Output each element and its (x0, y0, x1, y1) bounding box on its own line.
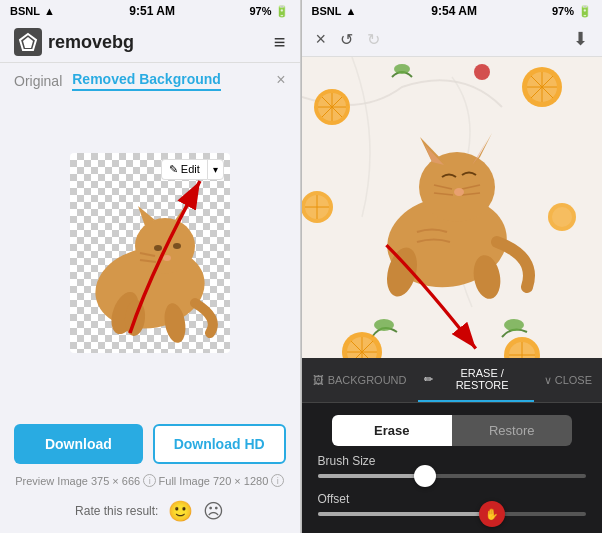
logo-icon (14, 28, 42, 56)
download-buttons-row: Download Download HD (0, 414, 300, 474)
tab-original[interactable]: Original (14, 73, 62, 89)
left-image-area: ✎ Edit ▾ (0, 91, 300, 414)
erase-button[interactable]: Erase (332, 415, 452, 446)
offset-thumb[interactable]: ✋ (479, 501, 505, 527)
right-panel: BSNL ▲ 9:54 AM 97% 🔋 × ↺ ↻ ⬇ (302, 0, 603, 533)
redo-button[interactable]: ↻ (367, 30, 380, 49)
preview-info: Preview Image 375 × 666 i (15, 474, 156, 487)
download-hd-button[interactable]: Download HD (153, 424, 286, 464)
brush-size-track[interactable] (318, 474, 587, 478)
svg-point-28 (474, 64, 490, 80)
hamburger-menu[interactable]: ≡ (274, 31, 286, 54)
emoji-happy[interactable]: 🙂 (168, 499, 193, 523)
left-status-right: 97% 🔋 (249, 5, 289, 18)
right-status-right: 97% 🔋 (552, 5, 592, 18)
full-size: 720 × 1280 (213, 475, 268, 487)
svg-point-49 (419, 152, 495, 222)
preview-size: 375 × 666 (91, 475, 140, 487)
left-panel: BSNL ▲ 9:51 AM 97% 🔋 removebg ≡ Original… (0, 0, 301, 533)
edit-button[interactable]: ✎ Edit (161, 159, 207, 180)
right-status-left: BSNL ▲ (312, 5, 357, 17)
erase-restore-row: Erase Restore (302, 403, 603, 454)
right-carrier: BSNL (312, 5, 342, 17)
cat-image (70, 153, 230, 353)
tabs-row: Original Removed Background × (0, 63, 300, 91)
left-status-left: BSNL ▲ (10, 5, 55, 17)
right-download-button[interactable]: ⬇ (573, 28, 588, 50)
offset-label: Offset (318, 492, 587, 506)
right-nav-left: × ↺ ↻ (316, 29, 381, 50)
right-close-button[interactable]: × (316, 29, 327, 50)
rating-label: Rate this result: (75, 504, 158, 518)
toolbar-tabs: 🖼 BACKGROUND ✏ ERASE / RESTORE ∨ CLOSE (302, 358, 603, 403)
left-battery-icon: 🔋 (275, 5, 289, 18)
svg-point-34 (552, 207, 572, 227)
svg-marker-1 (23, 37, 33, 48)
offset-thumb-icon: ✋ (485, 508, 499, 521)
download-button[interactable]: Download (14, 424, 143, 464)
left-wifi-icon: ▲ (44, 5, 55, 17)
info-row: Preview Image 375 × 666 i Full Image 720… (0, 474, 300, 495)
full-info-icon[interactable]: i (271, 474, 284, 487)
toolbar-tab-erase-restore[interactable]: ✏ ERASE / RESTORE (418, 358, 534, 402)
svg-point-12 (154, 245, 162, 251)
erase-tab-label: ERASE / RESTORE (437, 367, 528, 391)
svg-marker-5 (175, 202, 188, 222)
cat-svg (80, 158, 220, 348)
left-battery: 97% (249, 5, 271, 17)
right-time: 9:54 AM (431, 4, 477, 18)
close-tab-label: CLOSE (555, 374, 592, 386)
rating-row: Rate this result: 🙂 ☹ (0, 495, 300, 533)
edit-dropdown-button[interactable]: ▾ (207, 159, 224, 180)
right-image-area (302, 57, 603, 358)
background-tab-icon: 🖼 (313, 374, 324, 386)
logo-area: removebg (14, 28, 134, 56)
svg-point-11 (163, 255, 171, 261)
svg-point-36 (374, 319, 394, 331)
left-carrier: BSNL (10, 5, 40, 17)
preview-label: Preview Image (15, 475, 88, 487)
svg-point-3 (135, 218, 195, 274)
tab-removed-background[interactable]: Removed Background (72, 71, 221, 91)
right-wifi-icon: ▲ (345, 5, 356, 17)
left-nav-bar: removebg ≡ (0, 22, 300, 63)
svg-point-58 (454, 188, 464, 196)
offset-section: Offset ✋ (302, 492, 603, 530)
right-battery: 97% (552, 5, 574, 17)
brush-size-section: Brush Size (302, 454, 603, 492)
erase-tab-icon: ✏ (424, 373, 433, 386)
right-battery-icon: 🔋 (578, 5, 592, 18)
brush-size-thumb[interactable] (414, 465, 436, 487)
right-status-bar: BSNL ▲ 9:54 AM 97% 🔋 (302, 0, 603, 22)
full-info: Full Image 720 × 1280 i (159, 474, 285, 487)
image-container: ✎ Edit ▾ (70, 153, 230, 353)
background-tab-label: BACKGROUND (328, 374, 407, 386)
emoji-sad[interactable]: ☹ (203, 499, 224, 523)
restore-button[interactable]: Restore (452, 415, 572, 446)
left-time: 9:51 AM (129, 4, 175, 18)
offset-fill (318, 512, 493, 516)
bottom-toolbar: 🖼 BACKGROUND ✏ ERASE / RESTORE ∨ CLOSE E… (302, 358, 603, 533)
full-label: Full Image (159, 475, 210, 487)
right-nav-bar: × ↺ ↻ ⬇ (302, 22, 603, 57)
tab-close-button[interactable]: × (276, 71, 285, 89)
svg-point-35 (394, 64, 410, 74)
right-image-svg (302, 57, 603, 358)
brush-size-fill (318, 474, 425, 478)
svg-point-37 (504, 319, 524, 331)
undo-button[interactable]: ↺ (340, 30, 353, 49)
logo-text: removebg (48, 32, 134, 53)
edit-button-group: ✎ Edit ▾ (161, 159, 224, 180)
left-status-bar: BSNL ▲ 9:51 AM 97% 🔋 (0, 0, 300, 22)
toolbar-close-tab[interactable]: ∨ CLOSE (534, 365, 602, 396)
brush-size-label: Brush Size (318, 454, 587, 468)
close-chevron-icon: ∨ (544, 374, 552, 387)
offset-track[interactable]: ✋ (318, 512, 587, 516)
toolbar-tab-background[interactable]: 🖼 BACKGROUND (302, 365, 418, 395)
preview-info-icon[interactable]: i (143, 474, 156, 487)
svg-point-13 (173, 243, 181, 249)
